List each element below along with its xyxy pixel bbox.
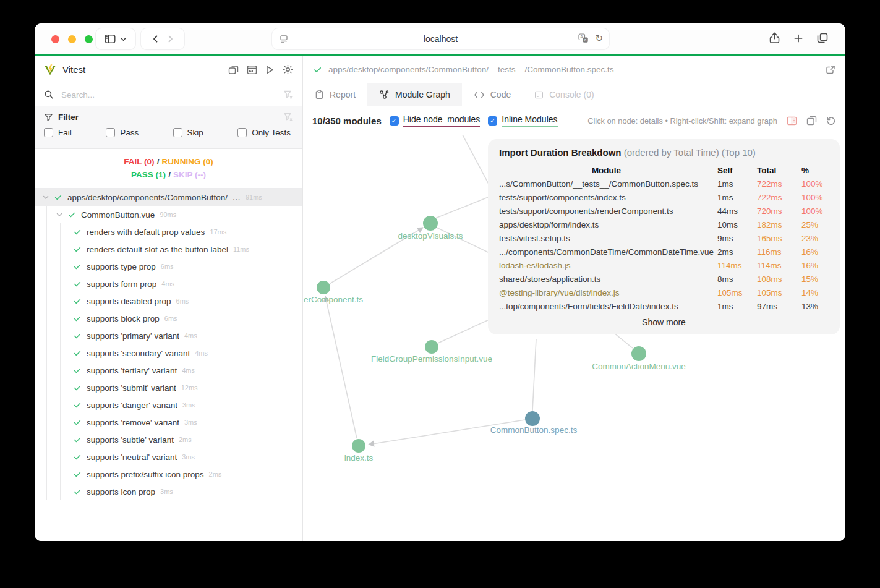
module-name-cell[interactable]: ...top/components/Form/fields/FieldDate/… [499,302,714,311]
test-suite-row[interactable]: CommonButton.vue 90ms [35,206,302,223]
test-case-row[interactable]: supports 'primary' variant 4ms [35,327,302,344]
theme-toggle-icon[interactable] [283,64,293,75]
test-case-row[interactable]: supports 'submit' variant 12ms [35,379,302,396]
graph-node[interactable] [352,439,365,453]
back-button[interactable] [152,35,159,43]
graph-node[interactable] [631,346,646,361]
graph-node[interactable] [525,411,540,426]
chevron-down-icon [120,36,127,43]
module-name-cell[interactable]: lodash-es/lodash.js [499,261,714,270]
filter-option-only-tests[interactable]: Only Tests [237,128,291,137]
test-case-row[interactable]: supports 'remove' variant 3ms [35,414,302,431]
share-icon[interactable] [769,32,780,44]
test-case-row[interactable]: supports 'tertiary' variant 4ms [35,362,302,379]
hide-node-modules-toggle[interactable]: ✓ Hide node_modules [390,114,481,127]
test-case-row[interactable]: supports prefix/suffix icon props 2ms [35,466,302,483]
test-case-row[interactable]: supports 'secondary' variant 4ms [35,344,302,362]
table-row[interactable]: shared/stores/application.ts 8ms 108ms 1… [499,272,829,286]
forward-button[interactable] [167,35,174,43]
checked-checkbox-icon[interactable]: ✓ [488,116,497,126]
table-row[interactable]: apps/desktop/form/index.ts 10ms 182ms 25… [499,218,829,231]
sidebar-toggle-button[interactable] [96,28,135,49]
dashboard-icon[interactable] [247,65,257,75]
new-tab-icon[interactable] [793,33,803,43]
table-row[interactable]: .../components/CommonDateTime/CommonDate… [499,245,829,258]
checkbox-only-tests[interactable] [237,128,247,137]
module-name-cell[interactable]: @testing-library/vue/dist/index.js [499,288,714,297]
table-row[interactable]: lodash-es/lodash.js 114ms 114ms 16% [499,258,829,272]
test-case-row[interactable]: supports form prop 4ms [35,275,302,292]
table-row[interactable]: ...top/components/Form/fields/FieldDate/… [499,299,829,313]
legend-book-icon[interactable] [787,116,797,126]
zoom-window-button[interactable] [85,35,93,43]
checked-checkbox-icon[interactable]: ✓ [390,116,399,126]
table-row[interactable]: @testing-library/vue/dist/index.js 105ms… [499,286,829,299]
clear-search-filter-icon[interactable] [283,90,293,100]
graph-node[interactable] [425,340,438,354]
table-header: Module Self Total % [499,163,829,177]
checkbox-skip[interactable] [173,128,182,137]
test-case-row[interactable]: supports 'danger' variant 3ms [35,396,302,414]
module-name-cell[interactable]: shared/stores/application.ts [499,275,714,284]
url-bar[interactable]: localhost Aa ↻ [272,28,609,49]
graph-node[interactable] [423,216,438,231]
self-time-cell: 9ms [717,234,753,243]
run-all-icon[interactable] [265,65,275,75]
test-case-row[interactable]: supports icon prop 3ms [35,483,302,500]
table-row[interactable]: tests/support/components/index.ts 1ms 72… [499,190,829,204]
collapse-panels-icon[interactable] [228,65,239,75]
test-file-row[interactable]: apps/desktop/components/CommonButton/_… … [35,189,302,206]
filter-option-pass[interactable]: Pass [106,128,139,137]
pass-check-icon [73,401,82,409]
checkbox-fail[interactable] [44,128,53,137]
chevron-down-icon[interactable] [56,211,63,218]
test-case-row[interactable]: supports block prop 6ms [35,310,302,327]
tab-report[interactable]: Report [303,83,367,106]
search-input[interactable] [60,90,277,100]
test-case-label: supports block prop [87,314,160,323]
module-name-cell[interactable]: ...s/CommonButton/__tests__/CommonButton… [499,179,714,189]
tab-bar: Report Module Graph Code Console (0) [303,83,845,106]
module-name-cell[interactable]: tests/support/components/index.ts [499,193,714,202]
table-row[interactable]: tests/support/components/renderComponent… [499,204,829,218]
close-window-button[interactable] [51,35,59,43]
translate-icon[interactable]: Aa [578,33,589,43]
test-case-row[interactable]: renders with default prop values 17ms [35,223,302,241]
show-more-button[interactable]: Show more [499,317,829,327]
filter-option-fail[interactable]: Fail [44,128,72,137]
test-case-row[interactable]: supports 'subtle' variant 2ms [35,431,302,448]
pass-check-icon [73,279,82,288]
tab-console[interactable]: Console (0) [523,83,605,106]
test-suite-label: CommonButton.vue [81,210,155,219]
test-case-row[interactable]: supports disabled prop 6ms [35,292,302,310]
tab-code[interactable]: Code [462,83,523,106]
running-count: RUNNING (0) [161,157,213,166]
module-name-cell[interactable]: apps/desktop/form/index.ts [499,220,714,229]
open-external-icon[interactable] [826,65,835,75]
expand-graph-icon[interactable] [806,116,817,126]
search-icon [44,90,54,100]
table-row[interactable]: ...s/CommonButton/__tests__/CommonButton… [499,177,829,190]
test-case-row[interactable]: supports 'neutral' variant 3ms [35,448,302,466]
reset-graph-icon[interactable] [826,116,836,126]
filter-option-skip[interactable]: Skip [173,128,203,137]
module-name-cell[interactable]: .../components/CommonDateTime/CommonDate… [499,247,714,257]
chevron-down-icon[interactable] [42,194,49,201]
minimize-window-button[interactable] [68,35,76,43]
graph-node[interactable] [317,281,330,294]
checkbox-pass[interactable] [106,128,115,137]
tab-overview-icon[interactable] [817,33,828,43]
test-case-row[interactable]: renders default slot as the button label… [35,241,302,258]
table-row[interactable]: tests/vitest.setup.ts 9ms 165ms 23% [499,231,829,245]
url-text[interactable]: localhost [272,34,609,44]
inline-modules-toggle[interactable]: ✓ Inline Modules [488,114,557,127]
reload-icon[interactable]: ↻ [595,33,603,44]
module-name-cell[interactable]: tests/vitest.setup.ts [499,234,714,243]
test-case-row[interactable]: supports type prop 6ms [35,258,302,275]
clear-filter-icon[interactable] [283,112,293,122]
test-time: 2ms [179,436,192,443]
module-graph[interactable]: desktopVisuals.tserComponent.tsFieldGrou… [303,135,845,541]
module-name-cell[interactable]: tests/support/components/renderComponent… [499,207,714,216]
tab-module-graph[interactable]: Module Graph [367,83,462,106]
nav-buttons [141,28,184,49]
